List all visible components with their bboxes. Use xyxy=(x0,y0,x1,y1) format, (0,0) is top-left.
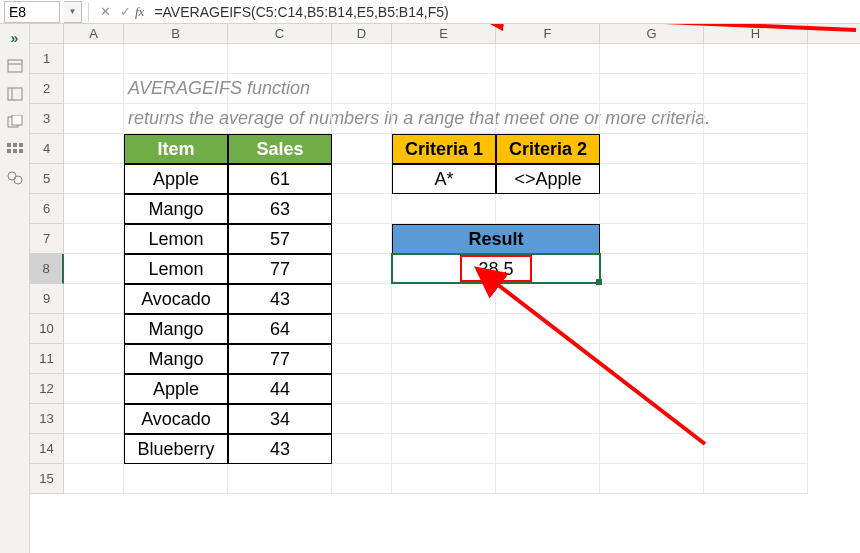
cell[interactable] xyxy=(600,464,704,494)
cancel-icon[interactable]: ✕ xyxy=(95,2,115,22)
cell[interactable] xyxy=(64,194,124,224)
table-cell[interactable]: Mango xyxy=(124,194,228,224)
cell[interactable] xyxy=(704,44,808,74)
select-all-corner[interactable] xyxy=(30,24,64,43)
row-header-8[interactable]: 8 xyxy=(30,254,64,284)
cell[interactable] xyxy=(392,104,496,134)
cell[interactable] xyxy=(332,74,392,104)
row-header-3[interactable]: 3 xyxy=(30,104,64,134)
cell[interactable] xyxy=(496,104,600,134)
table-cell[interactable]: 77 xyxy=(228,344,332,374)
cell[interactable] xyxy=(64,104,124,134)
cell[interactable] xyxy=(64,464,124,494)
table-cell[interactable]: 43 xyxy=(228,284,332,314)
cell[interactable] xyxy=(600,284,704,314)
cell[interactable] xyxy=(600,134,704,164)
row-header-1[interactable]: 1 xyxy=(30,44,64,74)
expand-icon[interactable]: » xyxy=(6,30,24,46)
cell[interactable] xyxy=(228,44,332,74)
table-cell[interactable]: Blueberry xyxy=(124,434,228,464)
cell[interactable] xyxy=(600,374,704,404)
fx-icon[interactable]: fx xyxy=(135,4,144,20)
cell[interactable] xyxy=(332,164,392,194)
cell[interactable] xyxy=(600,344,704,374)
cell[interactable] xyxy=(600,104,704,134)
cell[interactable] xyxy=(600,44,704,74)
cell[interactable] xyxy=(332,44,392,74)
cell[interactable] xyxy=(704,404,808,434)
criteria-header-2[interactable]: Criteria 2 xyxy=(496,134,600,164)
row-header-5[interactable]: 5 xyxy=(30,164,64,194)
cell[interactable] xyxy=(332,254,392,284)
table-cell[interactable]: 34 xyxy=(228,404,332,434)
cell[interactable] xyxy=(496,344,600,374)
cell[interactable] xyxy=(496,194,600,224)
tool-icon-5[interactable] xyxy=(6,170,24,186)
cell[interactable] xyxy=(392,74,496,104)
row-header-4[interactable]: 4 xyxy=(30,134,64,164)
cell[interactable] xyxy=(332,134,392,164)
col-header-F[interactable]: F xyxy=(496,24,600,43)
table-cell[interactable]: Lemon xyxy=(124,254,228,284)
cell[interactable] xyxy=(332,464,392,494)
row-header-10[interactable]: 10 xyxy=(30,314,64,344)
row-header-12[interactable]: 12 xyxy=(30,374,64,404)
table-cell[interactable]: 63 xyxy=(228,194,332,224)
cell[interactable] xyxy=(704,284,808,314)
cell[interactable] xyxy=(496,74,600,104)
table-cell[interactable]: Avocado xyxy=(124,284,228,314)
accept-icon[interactable]: ✓ xyxy=(115,2,135,22)
table-cell[interactable]: 64 xyxy=(228,314,332,344)
cell[interactable] xyxy=(704,434,808,464)
cell[interactable] xyxy=(496,314,600,344)
cell[interactable] xyxy=(496,284,600,314)
cell[interactable] xyxy=(704,104,808,134)
description-text[interactable]: returns the average of numbers in a rang… xyxy=(124,104,228,134)
cell[interactable] xyxy=(704,134,808,164)
table-cell[interactable]: 61 xyxy=(228,164,332,194)
row-header-7[interactable]: 7 xyxy=(30,224,64,254)
col-header-C[interactable]: C xyxy=(228,24,332,43)
cell[interactable] xyxy=(704,224,808,254)
table-header-sales[interactable]: Sales xyxy=(228,134,332,164)
cell[interactable] xyxy=(704,464,808,494)
row-header-9[interactable]: 9 xyxy=(30,284,64,314)
col-header-H[interactable]: H xyxy=(704,24,808,43)
cell[interactable] xyxy=(704,344,808,374)
criteria-value-1[interactable]: A* xyxy=(392,164,496,194)
criteria-value-2[interactable]: <>Apple xyxy=(496,164,600,194)
cell[interactable] xyxy=(64,224,124,254)
table-cell[interactable]: 43 xyxy=(228,434,332,464)
cell[interactable] xyxy=(64,254,124,284)
table-cell[interactable]: Avocado xyxy=(124,404,228,434)
formula-input[interactable]: =AVERAGEIFS(C5:C14,B5:B14,E5,B5:B14,F5) xyxy=(150,4,860,20)
cell[interactable] xyxy=(64,164,124,194)
tool-icon-1[interactable] xyxy=(6,58,24,74)
row-header-11[interactable]: 11 xyxy=(30,344,64,374)
result-header[interactable] xyxy=(496,224,600,254)
tool-icon-4[interactable] xyxy=(6,142,24,158)
col-header-A[interactable]: A xyxy=(64,24,124,43)
row-header-6[interactable]: 6 xyxy=(30,194,64,224)
description-title[interactable]: AVERAGEIFS function xyxy=(124,74,228,104)
tool-icon-2[interactable] xyxy=(6,86,24,102)
cell[interactable] xyxy=(704,374,808,404)
col-header-D[interactable]: D xyxy=(332,24,392,43)
criteria-header-1[interactable]: Criteria 1 xyxy=(392,134,496,164)
cell[interactable] xyxy=(704,74,808,104)
cell[interactable] xyxy=(332,194,392,224)
cell[interactable] xyxy=(704,194,808,224)
cell[interactable] xyxy=(392,284,496,314)
cell[interactable] xyxy=(496,434,600,464)
cell[interactable] xyxy=(600,434,704,464)
table-cell[interactable]: Apple xyxy=(124,374,228,404)
cell[interactable] xyxy=(64,44,124,74)
cell[interactable] xyxy=(600,194,704,224)
table-cell[interactable]: Apple xyxy=(124,164,228,194)
cell[interactable] xyxy=(332,374,392,404)
cell[interactable] xyxy=(332,314,392,344)
cell[interactable] xyxy=(64,134,124,164)
cell[interactable] xyxy=(332,104,392,134)
cell[interactable] xyxy=(704,164,808,194)
cell[interactable] xyxy=(392,344,496,374)
